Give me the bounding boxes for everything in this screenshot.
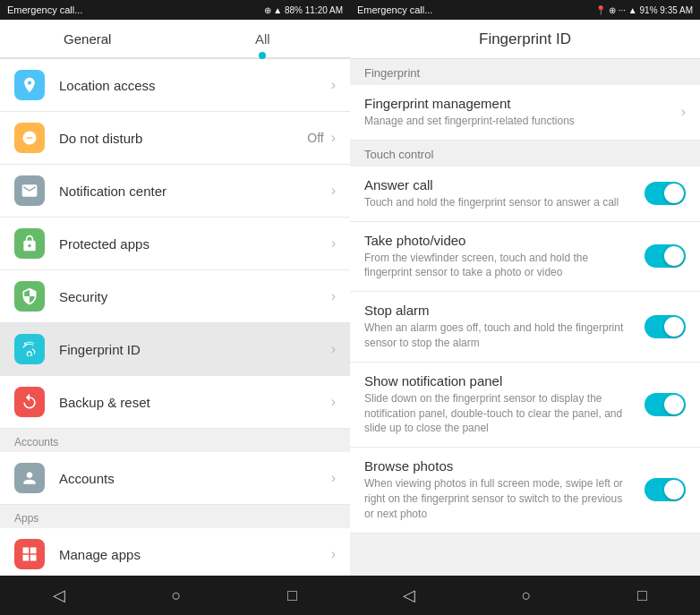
left-status-left: Emergency call... (7, 4, 82, 15)
notification-panel-toggle[interactable] (645, 393, 686, 416)
left-recent-button[interactable]: □ (287, 586, 297, 605)
fingerprint-icon (14, 334, 45, 364)
answer-call-title: Answer call (364, 177, 634, 192)
browse-photos-toggle[interactable] (645, 478, 686, 501)
right-page-title: Fingerprint ID (350, 20, 700, 59)
right-home-button[interactable]: ○ (522, 586, 532, 605)
right-status-right: 📍 ⊕ ··· ▲ 91% 9:35 AM (595, 5, 693, 15)
answer-call-content: Answer call Touch and hold the fingerpri… (364, 177, 645, 210)
stop-alarm-content: Stop alarm When an alarm goes off, touch… (364, 303, 645, 351)
left-status-right: ⊕ ▲ 88% 11:20 AM (264, 5, 344, 15)
accounts-chevron: › (331, 470, 336, 486)
menu-list: Location access › Do not disturb Off › N… (0, 59, 350, 576)
protected-chevron: › (331, 235, 336, 252)
left-home-button[interactable]: ○ (172, 586, 182, 605)
fp-management-title: Fingerprint management (364, 96, 670, 111)
donotdisturb-label: Do not disturb (59, 131, 307, 146)
protected-icon (14, 228, 45, 259)
take-photo-title: Take photo/video (364, 233, 634, 248)
location-label: Location access (59, 78, 331, 93)
location-icon (14, 70, 45, 100)
browse-photos-title: Browse photos (364, 458, 634, 474)
menu-item-accounts[interactable]: Accounts › (0, 452, 350, 505)
menu-item-protected[interactable]: Protected apps › (0, 218, 350, 270)
setting-browse-photos: Browse photos When viewing photos in ful… (350, 448, 700, 533)
fp-management-content: Fingerprint management Manage and set fi… (364, 96, 681, 129)
menu-item-security[interactable]: Security › (0, 270, 350, 323)
stop-alarm-toggle[interactable] (645, 315, 686, 338)
accounts-label: Accounts (59, 471, 331, 486)
take-photo-content: Take photo/video From the viewfinder scr… (364, 233, 645, 281)
menu-item-location[interactable]: Location access › (0, 59, 350, 112)
browse-photos-desc: When viewing photos in full screen mode,… (364, 476, 634, 521)
notification-panel-title: Show notification panel (364, 373, 634, 389)
notification-panel-content: Show notification panel Slide down on th… (364, 373, 645, 436)
notification-label: Notification center (59, 184, 331, 199)
setting-stop-alarm: Stop alarm When an alarm goes off, touch… (350, 292, 700, 363)
right-nav-bar: ◁ ○ □ (350, 576, 700, 615)
menu-item-backup[interactable]: Backup & reset › (0, 376, 350, 429)
menu-item-fingerprint[interactable]: Fingerprint ID › (0, 323, 350, 376)
donotdisturb-icon (14, 123, 45, 153)
right-recent-button[interactable]: □ (637, 586, 647, 605)
stop-alarm-desc: When an alarm goes off, touch and hold t… (364, 320, 634, 351)
notification-chevron: › (331, 183, 336, 199)
answer-call-desc: Touch and hold the fingerprint sensor to… (364, 195, 634, 210)
apps-section-header: Apps (0, 505, 350, 528)
tab-bar: General All (0, 20, 350, 59)
notification-panel-desc: Slide down on the fingerprint sensor to … (364, 391, 634, 436)
location-chevron: › (331, 77, 336, 93)
menu-item-donotdisturb[interactable]: Do not disturb Off › (0, 112, 350, 165)
left-panel: Emergency call... ⊕ ▲ 88% 11:20 AM Gener… (0, 0, 350, 615)
donotdisturb-value: Off (307, 131, 323, 145)
setting-answer-call: Answer call Touch and hold the fingerpri… (350, 167, 700, 222)
right-panel: Emergency call... 📍 ⊕ ··· ▲ 91% 9:35 AM … (350, 0, 700, 615)
browse-photos-content: Browse photos When viewing photos in ful… (364, 458, 645, 521)
left-back-button[interactable]: ◁ (53, 585, 65, 605)
fingerprint-chevron: › (331, 341, 336, 357)
right-status-left: Emergency call... (357, 4, 432, 15)
menu-item-notification[interactable]: Notification center › (0, 165, 350, 218)
manageapps-chevron: › (331, 546, 336, 562)
setting-fp-management[interactable]: Fingerprint management Manage and set fi… (350, 85, 700, 141)
tab-all[interactable]: All (175, 21, 351, 57)
right-back-button[interactable]: ◁ (403, 585, 415, 605)
fp-management-desc: Manage and set fingerprint-related funct… (364, 114, 670, 129)
backup-chevron: › (331, 394, 336, 410)
accounts-icon (14, 463, 45, 493)
right-status-bar: Emergency call... 📍 ⊕ ··· ▲ 91% 9:35 AM (350, 0, 700, 20)
stop-alarm-title: Stop alarm (364, 303, 634, 318)
right-content: Fingerprint Fingerprint management Manag… (350, 59, 700, 576)
manageapps-icon (14, 539, 45, 569)
setting-take-photo: Take photo/video From the viewfinder scr… (350, 222, 700, 293)
security-chevron: › (331, 288, 336, 304)
notification-icon (14, 175, 45, 206)
setting-notification-panel: Show notification panel Slide down on th… (350, 363, 700, 448)
backup-label: Backup & reset (59, 395, 331, 410)
fingerprint-section-label: Fingerprint (350, 59, 700, 85)
take-photo-desc: From the viewfinder screen, touch and ho… (364, 251, 634, 281)
manageapps-label: Manage apps (59, 547, 331, 562)
touch-section-label: Touch control (350, 141, 700, 167)
security-icon (14, 281, 45, 312)
tab-general[interactable]: General (0, 21, 175, 57)
fp-management-chevron: › (681, 104, 686, 120)
security-label: Security (59, 289, 331, 304)
accounts-section-header: Accounts (0, 429, 350, 452)
left-nav-bar: ◁ ○ □ (0, 576, 350, 615)
menu-item-manageapps[interactable]: Manage apps › (0, 528, 350, 576)
protected-label: Protected apps (59, 236, 331, 252)
fingerprint-label: Fingerprint ID (59, 342, 331, 357)
answer-call-toggle[interactable] (645, 182, 686, 205)
take-photo-toggle[interactable] (645, 244, 686, 268)
left-status-bar: Emergency call... ⊕ ▲ 88% 11:20 AM (0, 0, 350, 20)
backup-icon (14, 387, 45, 417)
donotdisturb-chevron: › (331, 130, 336, 146)
tab-indicator (259, 52, 266, 59)
